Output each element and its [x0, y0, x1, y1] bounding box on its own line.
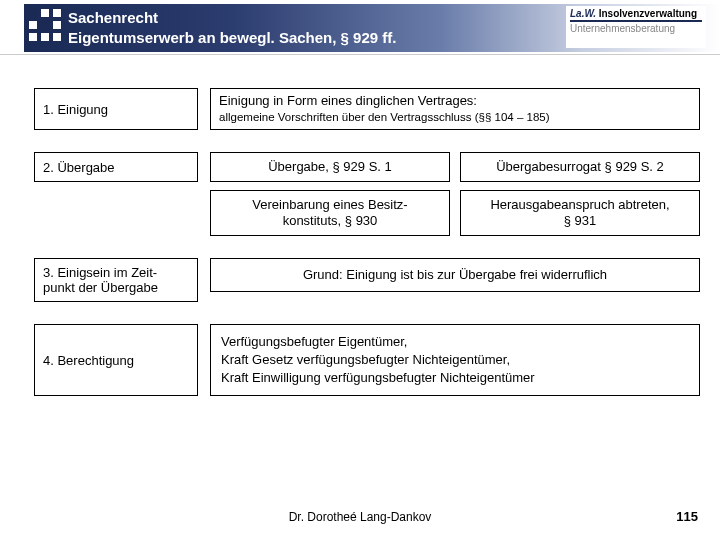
row-uebergabe-extra: Vereinbarung eines Besitz- konstituts, §… — [34, 190, 700, 236]
box-besitzkonstitut-930: Vereinbarung eines Besitz- konstituts, §… — [210, 190, 450, 236]
box-einigsein-grund: Grund: Einigung ist bis zur Übergabe fre… — [210, 258, 700, 292]
label-einigung: 1. Einigung — [34, 88, 198, 130]
label-berechtigung: 4. Berechtigung — [34, 324, 198, 396]
logo-word1: Insolvenzverwaltung — [599, 8, 697, 19]
header-bullet-grid — [28, 8, 62, 42]
row-berechtigung: 4. Berechtigung Verfügungsbefugter Eigen… — [34, 324, 700, 396]
row-einigsein: 3. Einigsein im Zeit- punkt der Übergabe… — [34, 258, 700, 302]
footer-author: Dr. Dorotheé Lang-Dankov — [0, 510, 720, 524]
einigung-sub: allgemeine Vorschriften über den Vertrag… — [219, 109, 691, 125]
box-einigung-detail: Einigung in Form eines dinglichen Vertra… — [210, 88, 700, 130]
slide-content: 1. Einigung Einigung in Form eines dingl… — [34, 88, 700, 480]
row-einigung: 1. Einigung Einigung in Form eines dingl… — [34, 88, 700, 130]
box-herausgabeanspruch-931: Herausgabeanspruch abtreten, § 931 — [460, 190, 700, 236]
page-number: 115 — [676, 509, 698, 524]
box-uebergabe-929s1: Übergabe, § 929 S. 1 — [210, 152, 450, 182]
box-uebergabesurrogat-929s2: Übergabesurrogat § 929 S. 2 — [460, 152, 700, 182]
label-einigsein: 3. Einigsein im Zeit- punkt der Übergabe — [34, 258, 198, 302]
label-uebergabe: 2. Übergabe — [34, 152, 198, 182]
box-berechtigung-detail: Verfügungsbefugter Eigentümer, Kraft Ges… — [210, 324, 700, 396]
einigung-main: Einigung in Form eines dinglichen Vertra… — [219, 93, 691, 109]
slide-header: Sachenrecht Eigentumserwerb an bewegl. S… — [0, 0, 720, 55]
logo-word2: Unternehmensberatung — [570, 23, 702, 34]
logo-brand: La.W. — [570, 8, 596, 19]
row-uebergabe: 2. Übergabe Übergabe, § 929 S. 1 Übergab… — [34, 152, 700, 182]
company-logo: La.W. Insolvenzverwaltung Unternehmensbe… — [566, 6, 706, 48]
